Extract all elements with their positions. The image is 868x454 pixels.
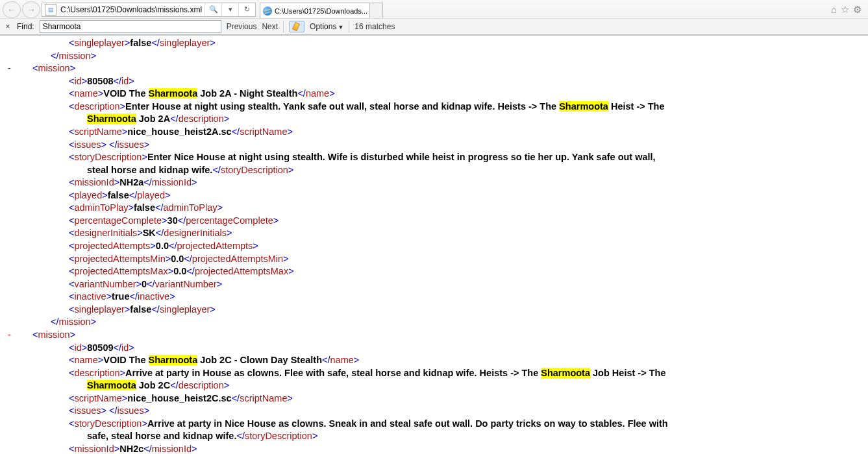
find-label: Find: <box>17 22 34 31</box>
highlighter-icon <box>292 22 301 31</box>
xml-element: <description>Arrive at party in House as… <box>32 367 862 380</box>
xml-element: <issues> </issues> <box>32 139 862 152</box>
xml-element: <designerInitials>SK</designerInitials> <box>32 227 862 240</box>
xml-element: <singleplayer>false</singleplayer> <box>32 304 862 317</box>
page-icon: ▤ <box>45 4 56 16</box>
xml-element-cont: Sharmoota Job 2A</description> <box>32 113 862 126</box>
xml-open: -<mission> <box>32 329 862 342</box>
address-bar[interactable]: ▤ C:\Users\01725\Downloads\missions.xml … <box>42 3 256 17</box>
collapse-toggle[interactable]: - <box>6 62 16 75</box>
xml-element: <storyDescription>Enter Nice House at ni… <box>32 151 862 164</box>
xml-content: <singleplayer>false</singleplayer> </mis… <box>0 36 868 454</box>
find-previous[interactable]: Previous <box>227 22 257 31</box>
nav-toolbar: ← → ▤ C:\Users\01725\Downloads\missions.… <box>0 0 868 18</box>
xml-element: <adminToPlay>false</adminToPlay> <box>32 202 862 215</box>
xml-element: <inactive>true</inactive> <box>32 291 862 304</box>
forward-button[interactable]: → <box>22 1 40 18</box>
xml-element: <singleplayer>false</singleplayer> <box>32 37 862 50</box>
xml-element: <projectedAttemptsMax>0.0</projectedAtte… <box>32 265 862 278</box>
xml-element: <name>VOID The Sharmoota Job 2A - Night … <box>32 88 862 101</box>
find-close-icon[interactable]: × <box>4 22 12 31</box>
back-button[interactable]: ← <box>3 1 21 18</box>
xml-element: <id>80509</id> <box>32 342 862 355</box>
xml-close: </mission> <box>32 50 862 63</box>
xml-element: <scriptName>nice_house_heist2A.sc</scrip… <box>32 126 862 139</box>
xml-element-cont: Sharmoota Job 2C</description> <box>32 379 862 392</box>
collapse-toggle[interactable]: - <box>6 329 16 342</box>
ie-icon <box>263 6 272 16</box>
xml-element: <percentageComplete>30</percentageComple… <box>32 215 862 228</box>
xml-element: <scriptName>nice_house_heist2C.sc</scrip… <box>32 392 862 405</box>
xml-element: <variantNumber>0</variantNumber> <box>32 278 862 291</box>
xml-element: <name>VOID The Sharmoota Job 2C - Clown … <box>32 354 862 367</box>
tab-active[interactable]: C:\Users\01725\Downloads... × <box>260 3 370 18</box>
xml-element: <projectedAttemptsMin>0.0</projectedAtte… <box>32 253 862 266</box>
highlight-button[interactable] <box>289 21 304 32</box>
chrome-right-icons: ⌂ ☆ ⚙ <box>831 4 865 16</box>
find-bar: × Find: Previous Next Options▼ 16 matche… <box>0 18 868 35</box>
tab-strip: C:\Users\01725\Downloads... × <box>260 1 383 18</box>
separator <box>283 21 284 32</box>
dropdown-icon[interactable]: ▾ <box>221 3 238 16</box>
new-tab-button[interactable] <box>370 3 383 18</box>
tools-icon[interactable]: ⚙ <box>853 4 862 16</box>
xml-element: <projectedAttempts>0.0</projectedAttempt… <box>32 240 862 253</box>
xml-element: <played>false</played> <box>32 189 862 202</box>
xml-element: <id>80508</id> <box>32 75 862 88</box>
separator <box>349 21 349 32</box>
find-next[interactable]: Next <box>262 22 278 31</box>
options-button[interactable]: Options▼ <box>310 22 343 31</box>
xml-element: <storyDescription>Arrive at party in Nic… <box>32 418 862 431</box>
match-count: 16 matches <box>354 22 395 31</box>
refresh-icon[interactable]: ↻ <box>238 3 255 16</box>
xml-element-cont: steal horse and kidnap wife.</storyDescr… <box>32 164 862 177</box>
address-text: C:\Users\01725\Downloads\missions.xml <box>58 5 205 14</box>
browser-chrome: ← → ▤ C:\Users\01725\Downloads\missions.… <box>0 0 868 36</box>
xml-element: <missionId>NH2c</missionId> <box>32 443 862 454</box>
search-icon[interactable]: 🔍 <box>205 3 221 16</box>
xml-element-cont: safe, steal horse and kidnap wife.</stor… <box>32 430 862 443</box>
xml-close: </mission> <box>32 316 862 329</box>
xml-element: <description>Enter House at night using … <box>32 101 862 114</box>
xml-element: <missionId>NH2a</missionId> <box>32 176 862 189</box>
xml-element: <issues> </issues> <box>32 405 862 418</box>
home-icon[interactable]: ⌂ <box>831 4 837 16</box>
xml-open: -<mission> <box>32 62 862 75</box>
tab-title: C:\Users\01725\Downloads... <box>275 7 367 15</box>
favorites-icon[interactable]: ☆ <box>841 4 849 16</box>
find-input[interactable] <box>40 20 221 33</box>
